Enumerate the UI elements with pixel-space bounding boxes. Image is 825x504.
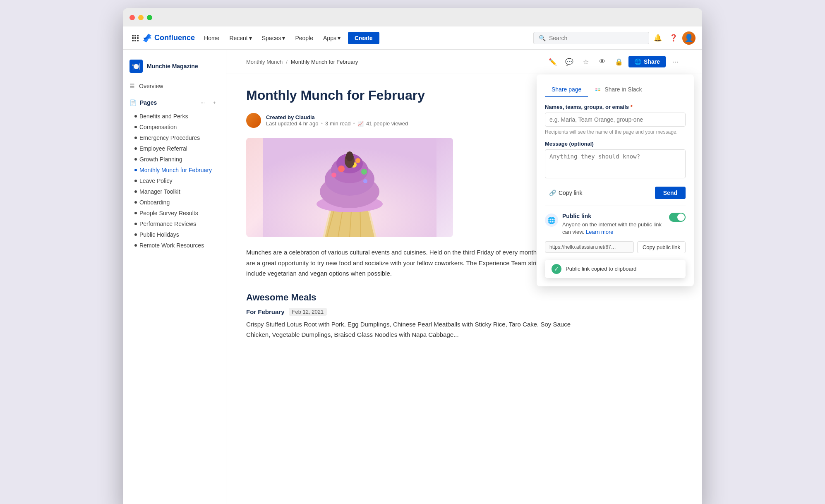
nav-people[interactable]: People	[291, 32, 317, 44]
grid-icon[interactable]	[130, 32, 141, 44]
sidebar-nav-item[interactable]: Monthly Munch for February	[123, 165, 226, 175]
breadcrumb-bar: Monthly Munch / Monthly Munch for Februa…	[226, 50, 702, 74]
svg-rect-31	[595, 89, 597, 89]
svg-rect-2	[137, 35, 139, 36]
success-icon: ✓	[552, 264, 561, 274]
edit-button[interactable]: ✏️	[546, 55, 560, 69]
breadcrumb-current: Monthly Munch for February	[291, 59, 358, 65]
svg-point-30	[346, 151, 353, 161]
author-info: Created by Claudia Last updated 4 hr ago…	[266, 114, 408, 127]
nav-dot	[134, 223, 137, 225]
sidebar-nav-item[interactable]: Compensation	[123, 122, 226, 132]
page-hero-image	[246, 138, 453, 237]
copy-link-button[interactable]: 🔗 Copy link	[545, 187, 587, 199]
message-textarea[interactable]	[545, 149, 686, 178]
minimize-button[interactable]	[138, 15, 144, 20]
nav-apps[interactable]: Apps ▾	[319, 32, 345, 44]
nav-dot	[134, 147, 137, 150]
public-url-row: https://hello.atlassian.net/67… Copy pub…	[545, 241, 686, 253]
copy-public-link-button[interactable]: Copy public link	[637, 241, 686, 253]
confluence-logo[interactable]: Confluence	[143, 34, 195, 43]
svg-point-28	[363, 179, 367, 183]
space-header[interactable]: 🍽️ Munchie Magazine	[123, 56, 226, 76]
sidebar-nav-item[interactable]: Leave Policy	[123, 175, 226, 186]
page-title: Monthly Munch for February	[246, 87, 571, 103]
more-options-button[interactable]: ···	[668, 55, 682, 69]
svg-rect-8	[137, 40, 139, 41]
names-input[interactable]	[545, 113, 686, 127]
public-link-info: Public link Anyone on the internet with …	[562, 213, 665, 236]
nav-dot	[134, 233, 137, 236]
sidebar: 🍽️ Munchie Magazine ☰ Overview 📄 Pages ·…	[123, 50, 226, 504]
tab-share-slack[interactable]: Share in Slack	[588, 83, 648, 97]
watch-button[interactable]: 👁	[595, 55, 609, 69]
nav-dot	[134, 190, 137, 193]
share-button[interactable]: 🌐 Share	[628, 56, 666, 67]
sidebar-nav-item[interactable]: Emergency Procedures	[123, 132, 226, 143]
chevron-down-icon: ▾	[249, 35, 252, 41]
svg-rect-0	[132, 35, 134, 36]
edit-icon: ✏️	[549, 58, 557, 66]
names-hint: Recipients will see the name of the page…	[545, 129, 686, 135]
comment-icon: 💬	[565, 58, 573, 66]
user-avatar[interactable]: 👤	[682, 31, 695, 45]
fullscreen-button[interactable]	[147, 15, 152, 20]
updated-text: Last updated 4 hr ago	[266, 120, 319, 127]
nav-spaces[interactable]: Spaces ▾	[258, 32, 290, 44]
close-button[interactable]	[130, 15, 135, 20]
public-link-title: Public link	[562, 213, 665, 219]
star-icon: ☆	[583, 58, 589, 66]
sidebar-nav-item[interactable]: Remote Work Resources	[123, 240, 226, 251]
star-button[interactable]: ☆	[579, 55, 593, 69]
help-button[interactable]: ❓	[667, 31, 681, 45]
restrict-button[interactable]: 🔒	[612, 55, 626, 69]
send-button[interactable]: Send	[655, 187, 686, 199]
nav-recent[interactable]: Recent ▾	[225, 32, 256, 44]
comment-button[interactable]: 💬	[562, 55, 576, 69]
nav-dot	[134, 115, 137, 118]
nav-dot	[134, 244, 137, 247]
date-badge: Feb 12, 2021	[289, 308, 327, 316]
pages-add-button[interactable]: ＋	[209, 98, 219, 108]
share-panel: Share page Share in Slack	[537, 74, 694, 286]
public-link-row: 🌐 Public link Anyone on the internet wit…	[545, 213, 686, 236]
sidebar-nav-item[interactable]: Public Holidays	[123, 229, 226, 240]
app-window: Confluence Home Recent ▾ Spaces ▾ People…	[123, 8, 702, 504]
svg-rect-1	[134, 35, 136, 36]
public-link-desc: Anyone on the internet with the public l…	[562, 221, 665, 236]
nav-home[interactable]: Home	[200, 32, 223, 44]
tab-share-page[interactable]: Share page	[545, 83, 588, 97]
svg-rect-7	[134, 40, 136, 41]
success-toast: ✓ Public link copied to clipboard	[545, 260, 686, 278]
top-navigation: Confluence Home Recent ▾ Spaces ▾ People…	[123, 26, 702, 50]
title-bar	[123, 8, 702, 26]
sidebar-nav-item[interactable]: Employee Referral	[123, 143, 226, 154]
sidebar-nav-item[interactable]: Manager Toolkit	[123, 186, 226, 197]
learn-more-link[interactable]: Learn more	[586, 229, 613, 235]
svg-rect-32	[595, 90, 597, 91]
author-avatar	[246, 113, 261, 128]
svg-point-22	[338, 166, 345, 172]
author-row: Created by Claudia Last updated 4 hr ago…	[246, 113, 571, 128]
sidebar-nav-item[interactable]: Performance Reviews	[123, 218, 226, 229]
sidebar-overview[interactable]: ☰ Overview	[123, 79, 226, 96]
pages-more-button[interactable]: ···	[198, 98, 208, 108]
sidebar-nav-item[interactable]: Onboarding	[123, 197, 226, 208]
search-input[interactable]	[549, 35, 644, 41]
required-asterisk: *	[631, 104, 633, 110]
public-link-toggle[interactable]	[669, 213, 686, 222]
toolbar-actions: ✏️ 💬 ☆ 👁 🔒 🌐 S	[546, 55, 682, 69]
notifications-button[interactable]: 🔔	[651, 31, 665, 45]
nav-dot	[134, 201, 137, 204]
create-button[interactable]: Create	[348, 32, 379, 44]
nav-dot	[134, 212, 137, 214]
search-bar[interactable]: 🔍	[533, 32, 649, 44]
breadcrumb-parent[interactable]: Monthly Munch	[246, 59, 283, 65]
message-label: Message (optional)	[545, 141, 686, 147]
svg-rect-3	[132, 37, 134, 39]
main-layout: 🍽️ Munchie Magazine ☰ Overview 📄 Pages ·…	[123, 50, 702, 504]
sidebar-nav-item[interactable]: Growth Planning	[123, 154, 226, 165]
sidebar-nav-item[interactable]: People Survey Results	[123, 208, 226, 218]
sidebar-nav-item[interactable]: Benefits and Perks	[123, 111, 226, 122]
sidebar-nav-list: Benefits and PerksCompensationEmergency …	[123, 111, 226, 251]
